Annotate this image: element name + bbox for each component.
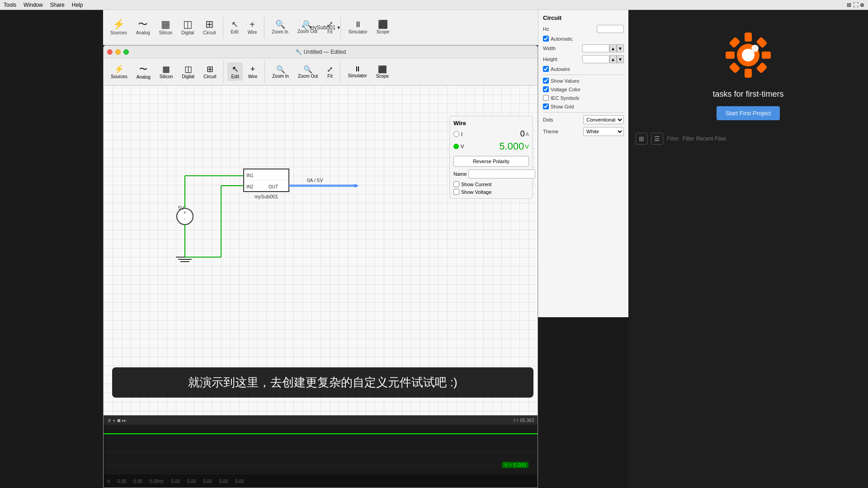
menu-tools[interactable]: Tools [4,2,16,8]
outer-sources-group[interactable]: ⚡ Sources [107,18,131,37]
show-values-checkbox[interactable] [543,78,549,84]
zoomout-tool-inner[interactable]: 🔍 Zoom Out [294,63,321,80]
outer-digital-group[interactable]: ◫ Digital [178,18,198,37]
projects-header: tasks for first-timers Start First Proje… [628,10,868,129]
sources-label-inner: Sources [111,74,127,79]
window-title-text: Untitled — Edited [304,49,346,55]
edit-tool-inner[interactable]: ↖ Edit [227,62,242,81]
app-title: mySub001 [310,24,335,31]
hz-stepper[interactable]: 256 [597,25,624,33]
filter-input[interactable] [683,136,861,142]
svg-point-10 [751,45,759,52]
iec-symbols-row: IEC Symbols [543,95,624,101]
menu-share[interactable]: Share [50,2,65,8]
zoomin-label-inner: Zoom In [272,74,289,79]
zoomin-tool-inner[interactable]: 🔍 Zoom In [269,63,292,80]
silicon-icon-inner: ▦ [162,64,170,74]
menu-help[interactable]: Help [72,2,83,8]
width-input[interactable]: 1024 [582,44,609,52]
show-grid-checkbox[interactable] [543,103,549,109]
svg-text:IN2: IN2 [246,184,254,189]
start-first-project-button[interactable]: Start First Project [717,106,780,120]
menu-window[interactable]: Window [24,2,43,8]
simulator-icon-inner: ⏸ [354,65,361,73]
zoom-in-icon: 🔍 [275,20,285,28]
automatic-checkbox[interactable] [543,36,549,42]
height-stepper[interactable]: 1024 ▲ ▼ [582,55,624,63]
current-value: 0 [520,129,525,139]
menu-bar-icon: ⊞ ⛶ ⊕ [847,2,864,8]
scope-label: Scope [377,29,389,34]
svg-text:0A / 5V: 0A / 5V [307,178,323,183]
fit-tool-inner[interactable]: ⤢ Fit [323,63,336,80]
tasks-title: tasks for first-timers [637,89,859,99]
subtitle-text: 就演示到这里，去创建更复杂的自定义元件试试吧 :) [188,375,457,389]
outer-zoomin-tool[interactable]: 🔍 Zoom In [268,19,292,36]
width-stepper[interactable]: 1024 ▲ ▼ [582,44,624,52]
maximize-button[interactable] [123,49,129,55]
height-up-btn[interactable]: ▲ [609,55,617,63]
close-button[interactable] [107,49,113,55]
autowire-checkbox[interactable] [543,66,549,72]
circuit-icon-inner: ⊞ [207,64,213,74]
scope-val-3: 0.00Hz [150,479,164,484]
simulator-label-inner: Simulator [348,73,367,78]
svg-rect-2 [745,33,752,42]
show-current-checkbox[interactable] [453,181,459,187]
hz-input[interactable]: 256 [597,25,624,33]
wire-tool-inner[interactable]: + Wire [245,63,261,81]
autowire-row: Autowire [543,66,624,72]
name-row: Name [453,169,529,178]
dots-select[interactable]: Conventional [583,115,624,124]
analog-group[interactable]: 〜 Analog [133,62,154,81]
reverse-polarity-button[interactable]: Reverse Polarity [453,156,529,167]
simulator-tool-inner[interactable]: ⏸ Simulator [344,63,370,80]
minimize-button[interactable] [115,49,121,55]
scope-val-5: 5.00 [187,479,196,484]
edit-icon: ↖ [231,20,238,28]
current-radio[interactable] [453,131,459,137]
circuit-label: Circuit [203,30,216,35]
outer-scope-tool[interactable]: ⬛ Scope [373,19,393,36]
circuit-icon: ⊞ [205,19,213,29]
height-row: Height 1024 ▲ ▼ [543,55,624,63]
analog-label-inner: Analog [137,75,151,80]
outer-edit-tool[interactable]: ↖ Edit [227,19,242,36]
chevron-down-icon: ▾ [337,24,340,31]
edit-label-inner: Edit [231,74,239,79]
analog-icon-inner: 〜 [139,64,147,75]
name-input[interactable] [468,169,535,178]
wire-label-inner: Wire [248,74,258,79]
show-values-label: Show Values [551,78,624,84]
voltage-color-checkbox[interactable] [543,86,549,92]
current-row: I 0 A [453,129,529,139]
outer-analog-group[interactable]: 〜 Analog [132,18,154,37]
outer-wire-tool[interactable]: + Wire [244,18,261,37]
height-down-btn[interactable]: ▼ [617,55,624,63]
show-voltage-checkbox[interactable] [453,189,459,195]
width-down-btn[interactable]: ▼ [617,44,624,52]
scope-toolbar: ⏸ ▶ ⏹ ⏭ t = 65.363 [104,416,538,425]
scope-val-6: 5.00 [203,479,212,484]
outer-circuit-group[interactable]: ⊞ Circuit [199,18,219,37]
filter-label: Filter [667,136,679,142]
scope-tool-inner[interactable]: ⬛ Scope [373,63,392,80]
digital-group[interactable]: ◫ Digital [178,62,198,81]
scope-area: ⏸ ▶ ⏹ ⏭ t = 65.363 V = 5.000 V 5.00 0.00… [104,415,538,488]
silicon-group[interactable]: ▦ Silicon [156,62,176,81]
outer-simulator-tool[interactable]: ⏸ Simulator [344,19,371,36]
svg-rect-8 [729,62,740,73]
sources-group[interactable]: ⚡ Sources [107,62,131,81]
circuit-group-inner[interactable]: ⊞ Circuit [200,62,220,81]
height-input[interactable]: 1024 [582,55,609,63]
scope-waveform[interactable]: V = 5.000 [104,425,538,474]
iec-symbols-checkbox[interactable] [543,95,549,101]
width-up-btn[interactable]: ▲ [609,44,617,52]
zoomin-label: Zoom In [272,29,288,34]
silicon-label-inner: Silicon [160,74,173,79]
inner-divider-2 [264,61,265,83]
grid-view-button[interactable]: ⊞ [636,133,647,145]
list-view-button[interactable]: ☰ [651,133,663,145]
theme-select[interactable]: White [583,127,624,136]
outer-silicon-group[interactable]: ▦ Silicon [156,18,176,37]
